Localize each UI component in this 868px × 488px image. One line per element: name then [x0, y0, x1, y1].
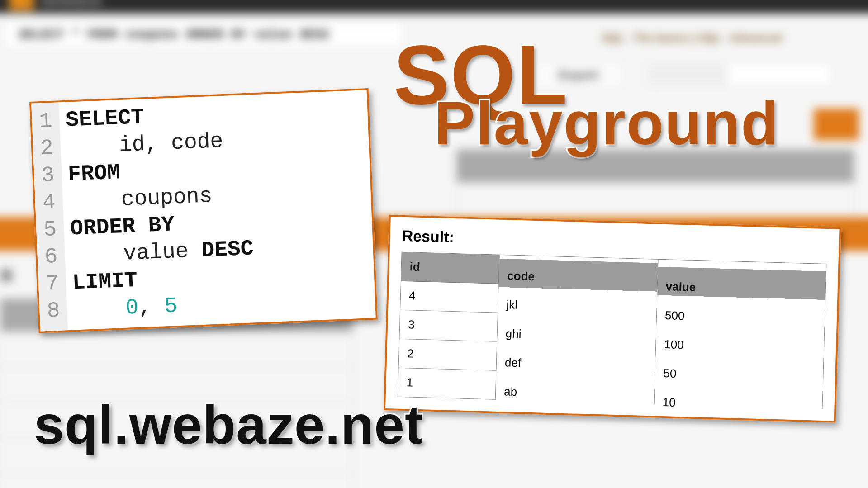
line-number: 3 [41, 161, 55, 189]
result-table: id code value 4 jkl 500 3 ghi 100 2 def … [398, 252, 827, 409]
cell-value: 10 [654, 382, 823, 416]
line-number: 7 [45, 270, 59, 298]
sql-code-card: 1 2 3 4 5 6 7 8 SELECT id, code FROM cou… [29, 88, 378, 333]
brand-name: webaze [42, 0, 102, 9]
col-id: id [401, 252, 499, 284]
bg-right-table [456, 149, 854, 218]
col-value: value [657, 266, 826, 300]
promo-url: sql.webaze.net [34, 393, 423, 456]
cell-code: ghi [497, 316, 657, 350]
cell-value: 100 [655, 324, 825, 358]
code-line: SELECT [65, 105, 144, 133]
cell-id: 2 [398, 339, 497, 370]
bg-left-table-row [0, 332, 352, 367]
file-picker[interactable] [646, 63, 832, 86]
sql-code-body[interactable]: SELECT id, code FROM coupons ORDER BY va… [59, 95, 266, 330]
bg-right-table-row [457, 182, 854, 218]
col-code: code [498, 258, 658, 292]
cell-code: jkl [498, 287, 657, 321]
run-button[interactable] [814, 109, 859, 140]
cell-id: 3 [399, 310, 498, 341]
cell-code: def [496, 345, 656, 379]
line-number: 5 [43, 216, 57, 243]
line-number: 8 [46, 297, 60, 325]
line-number: 4 [42, 189, 56, 216]
sql-query-background: SELECT * FROM coupons ORDER BY value DES… [5, 22, 402, 47]
result-title: Result: [402, 227, 827, 256]
result-card: Result: id code value 4 jkl 500 3 ghi 10… [384, 215, 841, 423]
code-line: FROM [67, 160, 120, 187]
code-line: coupons [69, 184, 213, 214]
code-line: LIMIT [72, 268, 138, 295]
course-links: SQL - The basics | SQL - Advanced [602, 32, 782, 44]
brand-logo [9, 0, 34, 10]
cell-value: 50 [655, 353, 824, 387]
cell-id: 4 [400, 281, 499, 313]
bg-left-table-row [0, 473, 352, 488]
app-topbar: webaze [0, 0, 868, 14]
hero-title-line2: Playground [434, 88, 779, 158]
bg-left-result-label: R [1, 267, 13, 286]
code-line: value DESC [71, 236, 254, 268]
code-line: 0, 5 [73, 294, 178, 322]
line-number: 1 [39, 107, 53, 135]
cell-value: 500 [656, 295, 825, 329]
cell-code: ab [495, 374, 655, 407]
bg-query-text: SELECT * FROM coupons ORDER BY value DES… [19, 28, 330, 42]
line-number: 2 [40, 134, 54, 162]
code-line: ORDER BY [70, 212, 175, 241]
line-number: 6 [44, 243, 58, 270]
code-line: id, code [66, 129, 224, 160]
